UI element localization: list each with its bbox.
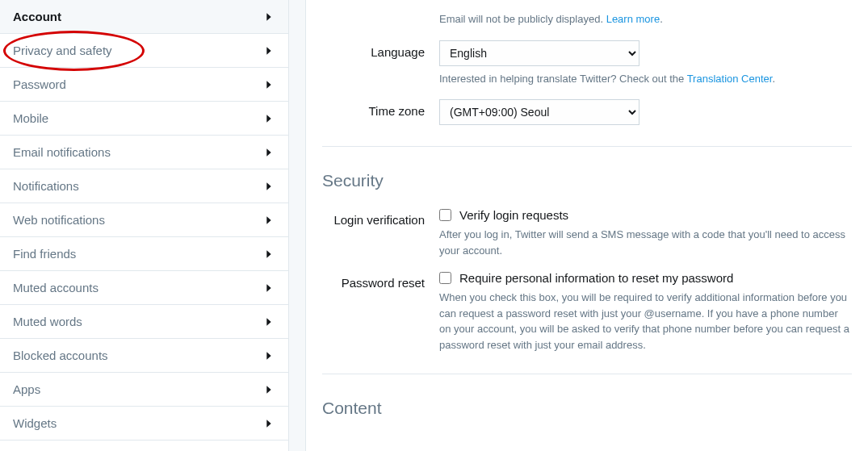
sidebar-item-label: Apps: [13, 382, 40, 396]
chevron-right-icon: [262, 315, 275, 328]
sidebar-item-label: Account: [13, 10, 61, 23]
login-verification-label: Login verification: [322, 208, 439, 227]
chevron-right-icon: [262, 146, 275, 159]
sidebar-item-password[interactable]: Password: [0, 68, 288, 102]
sidebar-item-blocked-accounts[interactable]: Blocked accounts: [0, 339, 288, 373]
sidebar-item-muted-accounts[interactable]: Muted accounts: [0, 271, 288, 305]
sidebar-item-label: Web notifications: [13, 213, 105, 227]
password-reset-row: Password reset Require personal informat…: [322, 265, 852, 359]
email-help-text: Email will not be publicly displayed. Le…: [439, 11, 852, 27]
password-reset-help: When you check this box, you will be req…: [439, 290, 852, 353]
login-verification-row: Login verification Verify login requests…: [322, 202, 852, 265]
learn-more-link[interactable]: Learn more: [606, 13, 660, 25]
chevron-right-icon: [262, 78, 275, 91]
settings-main: Email will not be publicly displayed. Le…: [305, 0, 868, 451]
email-row: Email will not be publicly displayed. Le…: [322, 0, 852, 34]
language-select[interactable]: English: [439, 40, 639, 66]
chevron-right-icon: [262, 383, 275, 396]
chevron-right-icon: [262, 248, 275, 261]
sidebar-item-web-notifications[interactable]: Web notifications: [0, 203, 288, 237]
sidebar-item-label: Privacy and safety: [13, 44, 112, 57]
translation-center-link[interactable]: Translation Center: [687, 73, 773, 85]
security-title: Security: [322, 171, 852, 190]
sidebar-item-muted-words[interactable]: Muted words: [0, 305, 288, 339]
sidebar-item-privacy-safety[interactable]: Privacy and safety: [0, 34, 288, 68]
chevron-right-icon: [262, 180, 275, 193]
settings-sidebar: Account Privacy and safety Password Mobi…: [0, 0, 289, 451]
password-reset-checkbox-label: Require personal information to reset my…: [459, 271, 733, 285]
timezone-row: Time zone (GMT+09:00) Seoul: [322, 93, 852, 132]
language-row: Language English Interested in helping t…: [322, 34, 852, 94]
chevron-right-icon: [262, 282, 275, 294]
sidebar-item-label: Blocked accounts: [13, 349, 108, 362]
sidebar-item-label: Muted accounts: [13, 281, 99, 294]
sidebar-item-label: Widgets: [13, 416, 57, 430]
chevron-right-icon: [262, 417, 275, 430]
timezone-select[interactable]: (GMT+09:00) Seoul: [439, 99, 639, 125]
password-reset-label: Password reset: [322, 271, 439, 290]
sidebar-item-label: Muted words: [13, 315, 82, 328]
sidebar-item-mobile[interactable]: Mobile: [0, 102, 288, 136]
sidebar-item-notifications[interactable]: Notifications: [0, 169, 288, 203]
language-label: Language: [322, 40, 439, 59]
verify-login-label: Verify login requests: [459, 208, 568, 222]
password-reset-checkbox[interactable]: [439, 272, 451, 284]
sidebar-item-apps[interactable]: Apps: [0, 373, 288, 407]
sidebar-item-label: Find friends: [13, 247, 76, 261]
sidebar-item-label: Email notifications: [13, 145, 111, 159]
login-verification-help: After you log in, Twitter will send a SM…: [439, 227, 852, 258]
chevron-right-icon: [262, 214, 275, 227]
chevron-right-icon: [262, 44, 275, 57]
chevron-right-icon: [262, 10, 275, 23]
sidebar-item-email-notifications[interactable]: Email notifications: [0, 136, 288, 169]
language-help-text: Interested in helping translate Twitter?…: [439, 71, 852, 87]
sidebar-item-account[interactable]: Account: [0, 0, 288, 34]
content-title: Content: [322, 399, 852, 418]
verify-login-checkbox[interactable]: [439, 209, 451, 221]
security-section: Security Login verification Verify login…: [322, 146, 852, 359]
sidebar-item-widgets[interactable]: Widgets: [0, 407, 288, 441]
timezone-label: Time zone: [322, 99, 439, 118]
sidebar-item-label: Password: [13, 77, 66, 91]
chevron-right-icon: [262, 349, 275, 362]
sidebar-item-label: Mobile: [13, 111, 48, 125]
sidebar-item-label: Notifications: [13, 179, 79, 193]
sidebar-item-find-friends[interactable]: Find friends: [0, 237, 288, 271]
content-section: Content: [322, 374, 852, 418]
chevron-right-icon: [262, 112, 275, 125]
